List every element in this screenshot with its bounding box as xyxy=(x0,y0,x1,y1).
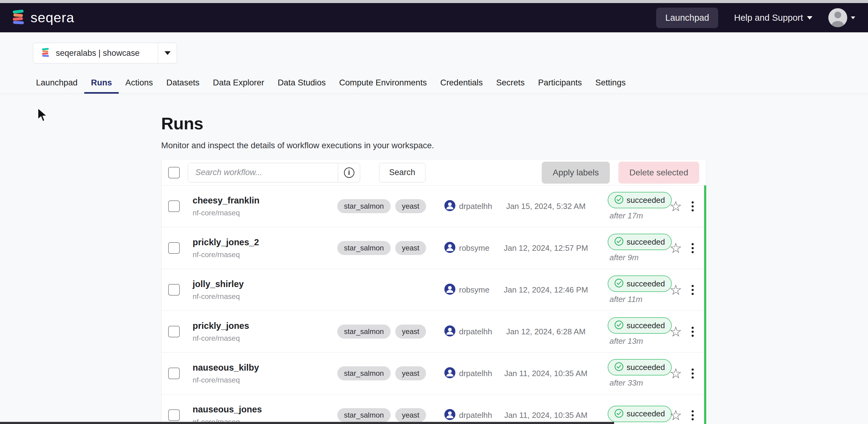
star-icon[interactable]: ☆ xyxy=(669,407,682,423)
seqera-brand: seqera xyxy=(10,9,74,26)
run-status-cell: succeeded after 11m xyxy=(589,275,665,304)
star-icon[interactable]: ☆ xyxy=(669,240,682,256)
run-status-cell: succeeded after 13m xyxy=(589,317,665,346)
kebab-menu-icon[interactable] xyxy=(690,242,695,254)
mouse-cursor-icon xyxy=(36,107,50,125)
run-label-pill: star_salmon xyxy=(337,408,391,422)
tab-runs[interactable]: Runs xyxy=(84,73,119,94)
run-status-cell: succeeded after 33m xyxy=(589,359,665,388)
run-labels: star_salmonyeast xyxy=(292,408,426,422)
row-checkbox[interactable] xyxy=(168,284,180,296)
status-label: succeeded xyxy=(627,279,665,289)
user-circle-icon xyxy=(444,367,455,380)
apply-labels-button[interactable]: Apply labels xyxy=(542,162,610,184)
run-name[interactable]: nauseous_jones xyxy=(193,404,292,415)
row-checkbox[interactable] xyxy=(168,326,180,337)
run-name-cell[interactable]: nauseous_kilby nf-core/rnaseq xyxy=(193,363,292,384)
tab-launchpad[interactable]: Launchpad xyxy=(29,73,84,94)
run-duration: after 17m xyxy=(608,211,665,221)
run-name-cell[interactable]: nauseous_jones nf-core/rnaseq xyxy=(193,404,292,424)
user-circle-icon xyxy=(444,284,455,296)
run-name[interactable]: prickly_jones_2 xyxy=(193,237,292,248)
page-subtitle: Monitor and inspect the details of workf… xyxy=(161,141,434,151)
run-date: Jan 15, 2024, 5:32 AM xyxy=(502,202,589,211)
tab-datasets[interactable]: Datasets xyxy=(160,73,206,94)
run-status-cell: succeeded xyxy=(589,406,665,424)
status-badge: succeeded xyxy=(608,317,672,334)
run-name[interactable]: nauseous_kilby xyxy=(193,363,292,373)
run-label-pill: star_salmon xyxy=(337,241,391,255)
runs-list: cheesy_franklin nf-core/rnaseq star_salm… xyxy=(161,186,706,424)
workspace-dropdown-toggle[interactable] xyxy=(158,43,177,63)
status-label: succeeded xyxy=(627,237,665,247)
avatar xyxy=(828,8,847,27)
row-checkbox[interactable] xyxy=(168,242,180,254)
top-navbar: seqera Launchpad Help and Support xyxy=(0,3,868,32)
tab-actions[interactable]: Actions xyxy=(119,73,160,94)
status-label: succeeded xyxy=(627,321,665,330)
run-pipeline: nf-core/rnaseq xyxy=(193,292,292,301)
workspace-tab-bar: Launchpad Runs Actions Datasets Data Exp… xyxy=(0,73,868,94)
kebab-menu-icon[interactable] xyxy=(690,200,695,213)
launchpad-button[interactable]: Launchpad xyxy=(656,8,718,28)
window-chrome-strip xyxy=(0,0,868,3)
search-info-button[interactable]: i xyxy=(338,163,360,182)
run-user-cell: drpatelhh xyxy=(444,200,502,212)
run-row: prickly_jones_2 nf-core/rnaseq star_salm… xyxy=(161,227,706,269)
star-icon[interactable]: ☆ xyxy=(669,365,682,381)
chevron-down-icon xyxy=(851,17,855,19)
check-circle-icon xyxy=(614,320,623,331)
tab-data-explorer[interactable]: Data Explorer xyxy=(206,73,271,94)
run-name[interactable]: jolly_shirley xyxy=(193,279,292,289)
status-badge: succeeded xyxy=(608,406,672,422)
run-pipeline: nf-core/rnaseq xyxy=(193,251,292,259)
search-button[interactable]: Search xyxy=(379,163,426,183)
run-name-cell[interactable]: prickly_jones nf-core/rnaseq xyxy=(193,321,292,343)
row-checkbox[interactable] xyxy=(168,410,180,421)
chevron-down-icon xyxy=(164,51,170,55)
workspace-selector[interactable]: seqeralabs | showcase xyxy=(33,43,177,63)
tab-secrets[interactable]: Secrets xyxy=(490,73,531,94)
run-duration: after 33m xyxy=(608,378,665,388)
row-checkbox[interactable] xyxy=(168,200,180,212)
status-badge: succeeded xyxy=(608,234,672,250)
user-menu[interactable] xyxy=(828,8,855,27)
status-label: succeeded xyxy=(627,409,665,419)
run-label-pill: star_salmon xyxy=(337,325,391,338)
star-icon[interactable]: ☆ xyxy=(669,198,682,214)
kebab-menu-icon[interactable] xyxy=(690,284,695,296)
user-circle-icon xyxy=(444,409,455,421)
tab-participants[interactable]: Participants xyxy=(531,73,589,94)
search-input[interactable] xyxy=(188,163,338,182)
run-date: Jan 12, 2024, 6:28 AM xyxy=(502,327,589,336)
delete-selected-button[interactable]: Delete selected xyxy=(618,162,699,184)
run-name-cell[interactable]: prickly_jones_2 nf-core/rnaseq xyxy=(193,237,292,259)
row-checkbox[interactable] xyxy=(168,367,180,379)
help-and-support-menu[interactable]: Help and Support xyxy=(734,13,812,23)
workspace-selector-main[interactable]: seqeralabs | showcase xyxy=(33,43,158,63)
select-all-checkbox[interactable] xyxy=(168,167,180,178)
run-label-pill: yeast xyxy=(395,366,426,380)
status-badge: succeeded xyxy=(608,275,672,292)
tab-data-studios[interactable]: Data Studios xyxy=(271,73,332,94)
tab-settings[interactable]: Settings xyxy=(589,73,632,94)
run-user-name: drpatelhh xyxy=(459,411,492,420)
kebab-menu-icon[interactable] xyxy=(690,367,695,380)
star-icon[interactable]: ☆ xyxy=(669,324,682,339)
tab-compute-environments[interactable]: Compute Environments xyxy=(332,73,433,94)
status-badge: succeeded xyxy=(608,359,672,376)
run-name-cell[interactable]: cheesy_franklin nf-core/rnaseq xyxy=(193,196,292,217)
kebab-menu-icon[interactable] xyxy=(690,325,695,338)
run-label-pill: yeast xyxy=(395,241,426,255)
check-circle-icon xyxy=(614,279,623,289)
page-title: Runs xyxy=(161,113,434,133)
tab-credentials[interactable]: Credentials xyxy=(434,73,490,94)
star-icon[interactable]: ☆ xyxy=(669,282,682,298)
kebab-menu-icon[interactable] xyxy=(690,409,695,422)
run-row: cheesy_franklin nf-core/rnaseq star_salm… xyxy=(161,186,706,227)
run-user-name: drpatelhh xyxy=(459,202,492,211)
status-badge: succeeded xyxy=(608,192,672,208)
run-name[interactable]: cheesy_franklin xyxy=(193,196,292,205)
run-name-cell[interactable]: jolly_shirley nf-core/rnaseq xyxy=(193,279,292,301)
run-name[interactable]: prickly_jones xyxy=(193,321,292,331)
